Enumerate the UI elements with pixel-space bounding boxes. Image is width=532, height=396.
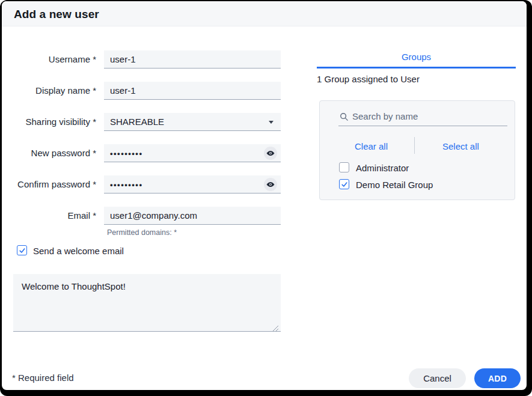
dialog-header: Add a new user xyxy=(2,1,527,26)
add-button[interactable]: ADD xyxy=(474,368,521,388)
send-welcome-email-label: Send a welcome email xyxy=(33,246,124,256)
eye-icon xyxy=(266,149,275,157)
checkmark-icon xyxy=(341,181,348,188)
sharing-visibility-select[interactable]: SHAREABLE xyxy=(104,113,281,131)
page-title: Add a new user xyxy=(14,1,99,26)
permitted-domains-note: Permitted domains: * xyxy=(107,228,177,237)
group-search-input[interactable]: Search by name xyxy=(338,108,507,126)
confirm-password-label: Confirm password * xyxy=(12,175,96,193)
sharing-visibility-value: SHAREABLE xyxy=(110,117,164,127)
display-name-label: Display name * xyxy=(12,82,96,100)
group-label-demo-retail-group: Demo Retail Group xyxy=(356,180,433,190)
search-icon xyxy=(340,112,349,124)
new-password-label: New password * xyxy=(12,144,96,162)
groups-assigned-summary: 1 Group assigned to User xyxy=(317,74,420,84)
email-label: Email * xyxy=(12,207,96,225)
confirm-password-value: ••••••••• xyxy=(110,180,142,189)
confirm-password-input[interactable]: ••••••••• xyxy=(104,175,281,193)
chevron-down-icon xyxy=(269,121,274,124)
tab-groups[interactable]: Groups xyxy=(317,52,516,62)
new-password-input[interactable]: ••••••••• xyxy=(104,144,281,162)
show-confirm-password-button[interactable] xyxy=(264,178,277,191)
search-placeholder: Search by name xyxy=(352,111,418,121)
eye-icon xyxy=(266,180,275,189)
sharing-visibility-label: Sharing visibility * xyxy=(12,113,96,131)
links-divider xyxy=(414,137,415,154)
send-welcome-email-checkbox[interactable] xyxy=(17,245,27,255)
username-label: Username * xyxy=(12,50,96,69)
add-user-dialog: Add a new user Username * user-1 Display… xyxy=(0,0,532,396)
groups-panel: Search by name Clear all Select all Admi… xyxy=(319,100,515,200)
group-checkbox-demo-retail-group[interactable] xyxy=(339,179,349,189)
username-input[interactable]: user-1 xyxy=(104,50,281,69)
group-checkbox-administrator[interactable] xyxy=(339,162,349,172)
select-all-link[interactable]: Select all xyxy=(442,141,479,151)
display-name-input[interactable]: user-1 xyxy=(104,82,281,100)
cancel-button[interactable]: Cancel xyxy=(409,368,466,388)
resize-grip-icon[interactable] xyxy=(272,323,279,334)
checkmark-icon xyxy=(19,247,26,254)
welcome-message-textarea[interactable]: Welcome to ThoughtSpot! xyxy=(13,274,281,332)
group-label-administrator: Administrator xyxy=(356,163,409,173)
clear-all-link[interactable]: Clear all xyxy=(355,141,388,151)
show-password-button[interactable] xyxy=(264,147,277,160)
email-field[interactable]: user1@company.com xyxy=(104,207,281,225)
new-password-value: ••••••••• xyxy=(110,149,142,158)
groups-tabbar: Groups xyxy=(317,48,516,69)
required-field-note: * Required field xyxy=(12,373,74,383)
